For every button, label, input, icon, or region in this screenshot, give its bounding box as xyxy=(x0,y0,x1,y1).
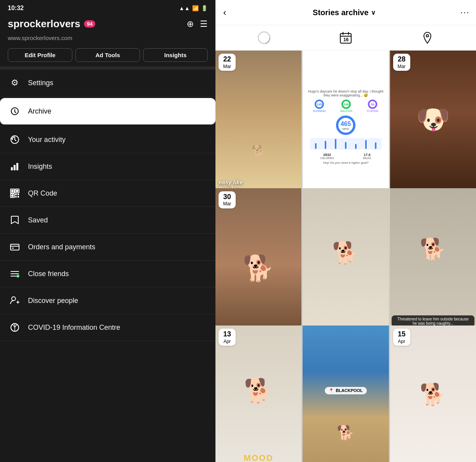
date-badge-7: 13Apr xyxy=(219,329,236,346)
settings-icon: ⚙ xyxy=(9,77,21,89)
orders-payments-icon xyxy=(9,241,21,253)
story-thumb-3[interactable]: 🐶 28Mar xyxy=(390,51,476,203)
time: 10:32 xyxy=(8,5,24,12)
qr-code-label: QR Code xyxy=(28,189,57,198)
story-thumb-5[interactable]: 🐕 Not cuddling me anymore because he has… xyxy=(303,188,388,341)
svg-rect-7 xyxy=(16,190,18,192)
story-thumb-8[interactable]: 🐕 📍BLACKPOOL xyxy=(303,326,388,462)
sidebar-item-your-activity[interactable]: Your activity xyxy=(0,126,215,153)
archive-label: Archive xyxy=(28,107,51,116)
saved-label: Saved xyxy=(28,216,48,224)
more-options-button[interactable]: ··· xyxy=(460,7,470,18)
calendar-filter[interactable]: 16 xyxy=(337,29,354,46)
saved-icon xyxy=(9,214,21,226)
stories-title: Stories archive ∨ xyxy=(313,8,375,17)
profile-username: sprockerlovers xyxy=(8,18,80,30)
sidebar-item-archive[interactable]: Archive xyxy=(0,98,215,125)
discover-people-label: Discover people xyxy=(28,297,78,305)
activity-title: Hugo's daycare he doesn't stop all day, … xyxy=(306,89,385,97)
svg-rect-5 xyxy=(11,190,14,192)
svg-point-20 xyxy=(258,32,270,44)
story-thumb-7[interactable]: 🐕 13Apr MOOD xyxy=(215,326,301,462)
center-ring: 465 MINS xyxy=(336,116,355,135)
activity-rings: 145 RUNNING 290 WALKING 30 PLAYING xyxy=(306,100,385,112)
activity-question: Hey! Do you need a higher goal? xyxy=(323,161,369,164)
header-icons: ⊕ ☰ xyxy=(187,19,208,29)
status-icons: ▲▲ 📶 🔋 xyxy=(179,5,208,11)
edit-profile-button[interactable]: Edit Profile xyxy=(8,48,72,62)
svg-rect-1 xyxy=(11,167,13,170)
profile-url: www.sprockerlovers.com xyxy=(0,35,215,45)
profile-name-block: sprockerlovers 94 xyxy=(8,18,95,30)
date-badge-4: 30Mar xyxy=(219,191,236,208)
date-badge-3: 28Mar xyxy=(393,54,410,71)
sidebar-item-saved[interactable]: Saved xyxy=(0,207,215,234)
svg-rect-12 xyxy=(15,196,17,198)
orders-payments-label: Orders and payments xyxy=(28,243,95,251)
svg-rect-10 xyxy=(15,194,17,195)
wifi-icon: 📶 xyxy=(192,5,199,11)
stories-filter: 16 xyxy=(215,25,476,51)
settings-label: Settings xyxy=(28,79,53,87)
date-badge-9: 15Apr xyxy=(393,329,410,346)
story-thumb-1[interactable]: 🐕 22Mar easy likeSundaymorning xyxy=(215,51,301,203)
archive-icon xyxy=(9,105,21,117)
close-friends-icon xyxy=(9,268,21,280)
location-filter[interactable] xyxy=(419,29,436,46)
dropdown-chevron-icon: ∨ xyxy=(371,9,376,16)
profile-buttons: Edit Profile Ad Tools Insights xyxy=(0,45,215,66)
menu-icon[interactable]: ☰ xyxy=(200,19,208,29)
status-bar: 10:32 ▲▲ 📶 🔋 xyxy=(0,0,215,15)
covid-icon xyxy=(9,321,21,334)
notification-badge: 94 xyxy=(84,20,95,28)
battery-icon: 🔋 xyxy=(201,5,208,11)
covid-label: COVID-19 Information Centre xyxy=(28,324,120,332)
story-thumb-9[interactable]: 🐕 15Apr Mar 2021 xyxy=(390,326,476,462)
ad-tools-button[interactable]: Ad Tools xyxy=(75,48,140,62)
discover-people-icon xyxy=(9,294,21,307)
back-button[interactable]: ‹ xyxy=(222,5,228,19)
profile-header: sprockerlovers 94 ⊕ ☰ xyxy=(0,15,215,35)
stories-grid: 🐕 22Mar easy likeSundaymorning Hugo's da… xyxy=(215,51,476,462)
sidebar-item-orders-payments[interactable]: Orders and payments xyxy=(0,234,215,261)
svg-rect-11 xyxy=(18,194,19,195)
svg-rect-13 xyxy=(18,196,19,198)
activity-stats: 2832 CALORIES 17.6 MILES xyxy=(306,153,385,159)
left-panel: 10:32 ▲▲ 📶 🔋 sprockerlovers 94 ⊕ ☰ www.s… xyxy=(0,0,215,462)
add-icon[interactable]: ⊕ xyxy=(187,19,194,29)
qr-code-icon xyxy=(9,187,21,200)
activity-overlay: Hugo's daycare he doesn't stop all day, … xyxy=(303,51,388,203)
mood-text: MOOD xyxy=(243,453,273,462)
menu-divider xyxy=(0,66,215,70)
sidebar-item-settings[interactable]: ⚙ Settings xyxy=(0,70,215,96)
svg-text:16: 16 xyxy=(343,37,349,42)
your-activity-icon xyxy=(9,133,21,146)
signal-icon: ▲▲ xyxy=(179,5,190,11)
story-thumb-2[interactable]: Hugo's daycare he doesn't stop all day, … xyxy=(303,51,388,203)
story-thumb-6[interactable]: 🐕 Threatened to leave him outside becaus… xyxy=(390,188,476,341)
right-panel: ‹ Stories archive ∨ ··· 16 xyxy=(215,0,476,462)
svg-rect-2 xyxy=(14,165,16,170)
svg-rect-9 xyxy=(11,194,14,197)
circle-timer-filter[interactable] xyxy=(256,29,273,46)
sidebar-item-close-friends[interactable]: Close friends xyxy=(0,261,215,287)
insights-icon xyxy=(9,160,21,173)
menu-list: ⚙ Settings Archive Your activity xyxy=(0,70,215,462)
svg-rect-3 xyxy=(16,163,18,170)
svg-point-17 xyxy=(12,297,16,301)
sidebar-item-qr-code[interactable]: QR Code xyxy=(0,180,215,207)
insights-button[interactable]: Insights xyxy=(143,48,208,62)
stories-header: ‹ Stories archive ∨ ··· xyxy=(215,0,476,25)
sidebar-item-insights[interactable]: Insights xyxy=(0,153,215,180)
insights-label: Insights xyxy=(28,163,52,171)
blackpool-tag: 📍BLACKPOOL xyxy=(325,387,367,394)
svg-rect-14 xyxy=(10,244,19,250)
your-activity-label: Your activity xyxy=(28,136,65,144)
sidebar-item-discover-people[interactable]: Discover people xyxy=(0,287,215,314)
story-thumb-4[interactable]: 🐕 30Mar xyxy=(215,188,301,341)
date-badge-1: 22Mar xyxy=(219,54,236,71)
sidebar-item-covid[interactable]: COVID-19 Information Centre xyxy=(0,314,215,341)
close-friends-label: Close friends xyxy=(28,270,69,278)
svg-rect-15 xyxy=(12,248,14,248)
